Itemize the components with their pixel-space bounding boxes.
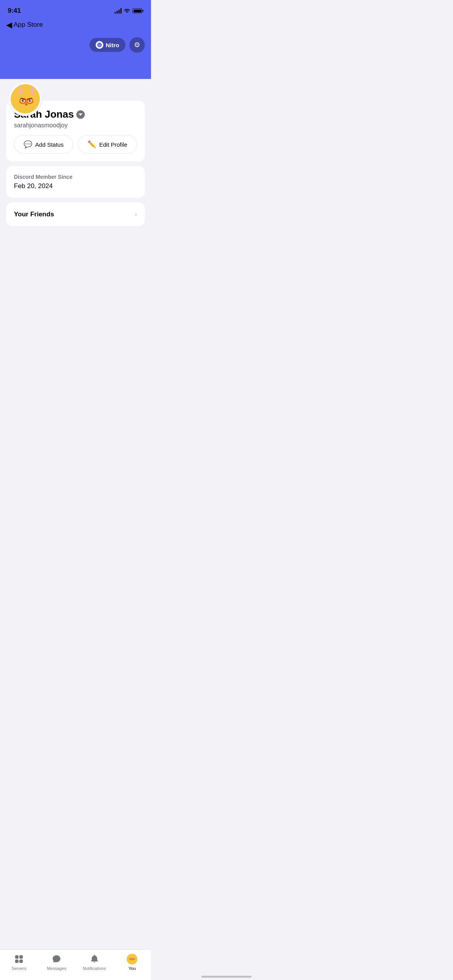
status-bar: 9:41: [0, 0, 151, 19]
avatar-wrapper: [8, 81, 43, 116]
wifi-icon: [124, 8, 130, 14]
gear-icon: ⚙: [134, 41, 140, 49]
friends-card[interactable]: Your Friends ›: [6, 202, 145, 226]
profile-actions: 💬 Add Status ✏️ Edit Profile: [14, 135, 137, 154]
friends-label: Your Friends: [14, 211, 54, 218]
header-buttons: Nitro ⚙: [89, 37, 145, 53]
back-arrow-icon: ◀: [6, 20, 12, 29]
settings-button[interactable]: ⚙: [129, 37, 145, 53]
edit-profile-label: Edit Profile: [99, 141, 127, 148]
svg-point-16: [30, 100, 31, 101]
member-since-card: Discord Member Since Feb 20, 2024: [6, 166, 145, 198]
svg-point-14: [29, 99, 31, 102]
status-indicator[interactable]: [76, 110, 85, 119]
status-icons: [115, 8, 143, 14]
svg-point-17: [25, 103, 27, 105]
back-nav: ◀ App Store: [0, 19, 151, 33]
svg-point-5: [19, 86, 22, 95]
chevron-right-icon: ›: [135, 210, 137, 218]
member-since-date: Feb 20, 2024: [14, 182, 137, 190]
main-content: Sarah Jonas sarahjonasmoodjoy 💬 Add Stat…: [0, 101, 151, 266]
svg-rect-10: [26, 100, 27, 101]
back-link[interactable]: ◀ App Store: [6, 20, 43, 29]
nitro-icon: [96, 41, 103, 49]
chevron-down-icon: [79, 113, 82, 116]
nitro-button[interactable]: Nitro: [89, 38, 125, 52]
edit-profile-button[interactable]: ✏️ Edit Profile: [78, 135, 137, 154]
battery-icon: [132, 9, 143, 13]
member-since-label: Discord Member Since: [14, 174, 137, 180]
back-label: App Store: [14, 21, 43, 29]
pencil-icon: ✏️: [88, 140, 96, 149]
nitro-label: Nitro: [106, 42, 119, 48]
add-status-label: Add Status: [35, 141, 63, 148]
svg-point-15: [23, 100, 24, 101]
signal-icon: [115, 8, 122, 14]
svg-point-13: [22, 99, 24, 102]
avatar: [9, 83, 41, 115]
status-time: 9:41: [8, 7, 21, 15]
svg-point-6: [31, 86, 34, 95]
add-status-button[interactable]: 💬 Add Status: [14, 135, 73, 154]
chat-bubble-icon: 💬: [24, 140, 32, 149]
user-handle: sarahjonasmoodjoy: [14, 122, 137, 129]
hero-header: Nitro ⚙: [0, 33, 151, 79]
